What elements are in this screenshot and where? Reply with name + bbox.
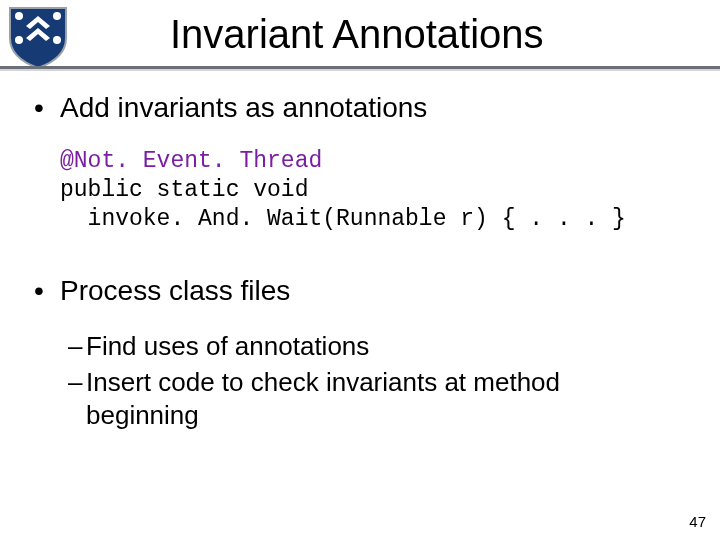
code-annotation-line: @Not. Event. Thread — [60, 148, 322, 174]
svg-point-2 — [15, 12, 23, 20]
bullet-process-class-files: Process class files — [34, 273, 674, 308]
dash-icon: – — [68, 330, 86, 363]
bullet-text: Process class files — [60, 275, 290, 306]
slide-title: Invariant Annotations — [170, 12, 544, 57]
code-line-2: public static void — [60, 177, 308, 203]
slide: Invariant Annotations Add invariants as … — [0, 0, 720, 540]
sub-bullet-find-uses: –Find uses of annotations — [86, 330, 674, 363]
slide-header: Invariant Annotations — [0, 0, 720, 72]
svg-point-5 — [53, 36, 61, 44]
svg-point-3 — [53, 12, 61, 20]
code-line-3: invoke. And. Wait(Runnable r) { . . . } — [60, 206, 626, 232]
svg-point-4 — [15, 36, 23, 44]
dash-icon: – — [68, 366, 86, 399]
header-rule-light — [0, 69, 720, 71]
sub-bullet-text: Find uses of annotations — [86, 331, 369, 361]
bullet-text: Add invariants as annotations — [60, 92, 427, 123]
sub-bullet-insert-code: –Insert code to check invariants at meth… — [86, 366, 674, 433]
slide-body: Add invariants as annotations @Not. Even… — [34, 90, 674, 434]
sub-bullet-text: Insert code to check invariants at metho… — [86, 367, 560, 430]
shield-logo-icon — [6, 4, 70, 70]
code-sample: @Not. Event. Thread public static void i… — [60, 147, 674, 233]
bullet-add-invariants: Add invariants as annotations — [34, 90, 674, 125]
page-number: 47 — [689, 513, 706, 530]
